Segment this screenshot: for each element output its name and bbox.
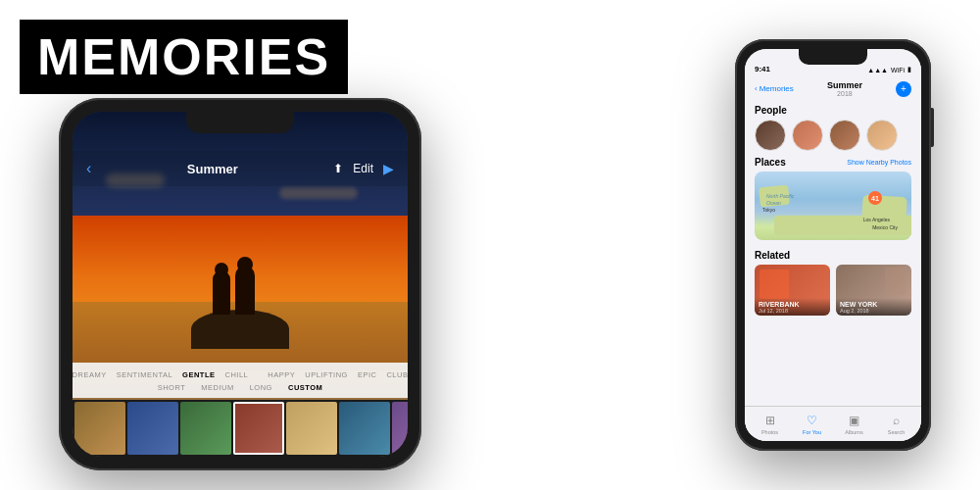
film-thumb-3[interactable] [180, 402, 231, 455]
film-thumb-7[interactable] [392, 402, 408, 455]
chevron-left-icon: ‹ [755, 84, 758, 93]
related-card-riverbank-label: RIVERBANK Jul 12, 2018 [755, 298, 830, 316]
iphone-left-screen: ‹ Summer ⬆ Edit ▶ DREAMY SENTIMENTAL GEN… [73, 112, 408, 457]
albums-tab-label: Albums [845, 429, 862, 435]
duration-custom[interactable]: CUSTOM [288, 383, 322, 392]
notch-right [799, 49, 867, 65]
show-nearby-button[interactable]: Show Nearby Photos [847, 159, 911, 166]
mood-happy[interactable]: HAPPY [268, 370, 295, 379]
mood-selector: DREAMY SENTIMENTAL GENTLE CHILL HAPPY UP… [73, 363, 408, 398]
nav-bar: ‹ Summer ⬆ Edit ▶ [73, 151, 408, 186]
map-ocean-label: North PacificOcean [766, 193, 794, 207]
right-power-button [931, 108, 934, 147]
status-time: 9:41 [755, 65, 770, 74]
back-label: Memories [760, 84, 794, 93]
iphone-right-device: 9:41 ▲▲▲ WiFi ▮ ‹ Memories Summer 201 [735, 39, 931, 451]
add-button[interactable]: + [896, 81, 911, 97]
tab-bar: ⊞ Photos ♡ For You ▣ Albums ⌕ Search [745, 406, 921, 441]
tab-albums[interactable]: ▣ Albums [833, 414, 875, 435]
header-center: Summer 2018 [827, 80, 862, 97]
map-la-label: Los Angeles [863, 217, 890, 222]
related-card-newyork-label: NEW YORK Aug 2, 2018 [836, 298, 911, 316]
albums-tab-icon: ▣ [849, 414, 859, 427]
memories-back-button[interactable]: ‹ Memories [755, 84, 794, 93]
mood-chill[interactable]: CHILL [225, 370, 249, 379]
person-avatar-4[interactable] [866, 120, 898, 151]
film-thumb-5[interactable] [286, 402, 337, 455]
person-avatar-1[interactable] [755, 120, 786, 151]
for-you-tab-icon: ♡ [807, 414, 817, 427]
memories-title: MEMORIES [20, 20, 348, 94]
tab-search[interactable]: ⌕ Search [875, 414, 917, 435]
related-card-newyork[interactable]: NEW YORK Aug 2, 2018 [836, 265, 911, 316]
duration-medium[interactable]: MEDIUM [201, 383, 233, 392]
status-icons: ▲▲▲ WiFi ▮ [867, 66, 911, 74]
film-thumb-6[interactable] [339, 402, 390, 455]
film-thumb-2[interactable] [127, 402, 178, 455]
related-section-label: Related [745, 246, 921, 265]
album-title: Summer [827, 80, 862, 90]
share-button[interactable]: ⬆ [333, 162, 343, 175]
film-strip [73, 400, 408, 457]
mood-epic[interactable]: EPIC [358, 370, 377, 379]
battery-icon: ▮ [907, 66, 911, 74]
album-year: 2018 [827, 90, 862, 97]
left-section: MEMORIES [0, 0, 510, 490]
person-avatar-2[interactable] [792, 120, 823, 151]
mood-uplifting[interactable]: UPLIFTING [305, 370, 348, 379]
places-header: Places Show Nearby Photos [745, 157, 921, 172]
nav-actions: ⬆ Edit ▶ [333, 161, 394, 176]
signal-icon: ▲▲▲ [867, 67, 888, 74]
wifi-icon: WiFi [891, 67, 905, 74]
tab-for-you[interactable]: ♡ For You [791, 414, 833, 435]
map-view[interactable]: North PacificOcean Tokyo Los Angeles Mex… [755, 172, 911, 240]
for-you-tab-label: For You [803, 429, 821, 435]
play-button[interactable]: ▶ [383, 161, 394, 176]
hero-silhouette [181, 270, 299, 349]
people-section-label: People [745, 101, 921, 120]
photos-tab-icon: ⊞ [765, 414, 775, 427]
notch-left [186, 112, 294, 133]
duration-row: SHORT MEDIUM LONG CUSTOM [73, 383, 408, 392]
duration-long[interactable]: LONG [250, 383, 272, 392]
mood-dreamy[interactable]: DREAMY [73, 370, 107, 379]
back-button[interactable]: ‹ [86, 160, 91, 177]
tab-photos[interactable]: ⊞ Photos [749, 414, 791, 435]
map-pin[interactable]: 41 [868, 191, 882, 205]
duration-short[interactable]: SHORT [158, 383, 186, 392]
people-row [745, 120, 921, 157]
mood-sentimental[interactable]: SENTIMENTAL [117, 370, 172, 379]
nav-title: Summer [187, 162, 238, 176]
iphone-left-body: ‹ Summer ⬆ Edit ▶ DREAMY SENTIMENTAL GEN… [59, 98, 421, 470]
related-card-riverbank[interactable]: RIVERBANK Jul 12, 2018 [755, 265, 830, 316]
places-section-label: Places [755, 157, 786, 168]
right-nav-header: ‹ Memories Summer 2018 + [745, 76, 921, 101]
iphone-right-screen: 9:41 ▲▲▲ WiFi ▮ ‹ Memories Summer 201 [745, 49, 921, 441]
map-mexico-label: Mexico City [872, 224, 898, 230]
related-row: RIVERBANK Jul 12, 2018 NEW YORK Aug 2, 2… [745, 265, 921, 319]
search-tab-icon: ⌕ [893, 414, 900, 427]
right-section: 9:41 ▲▲▲ WiFi ▮ ‹ Memories Summer 201 [696, 0, 970, 490]
film-thumb-4[interactable] [233, 402, 284, 455]
iphone-left-device: ‹ Summer ⬆ Edit ▶ DREAMY SENTIMENTAL GEN… [59, 98, 421, 470]
person-avatar-3[interactable] [829, 120, 860, 151]
mood-gentle[interactable]: GENTLE [182, 370, 215, 379]
mood-club[interactable]: CLUB [386, 370, 408, 379]
search-tab-label: Search [888, 429, 905, 435]
mood-row: DREAMY SENTIMENTAL GENTLE CHILL HAPPY UP… [73, 370, 408, 379]
photos-tab-label: Photos [761, 429, 778, 435]
map-tokyo-label: Tokyo [762, 207, 775, 213]
film-thumb-1[interactable] [74, 402, 125, 455]
edit-button[interactable]: Edit [353, 162, 373, 175]
right-screen-content: ‹ Memories Summer 2018 + People [745, 76, 921, 441]
